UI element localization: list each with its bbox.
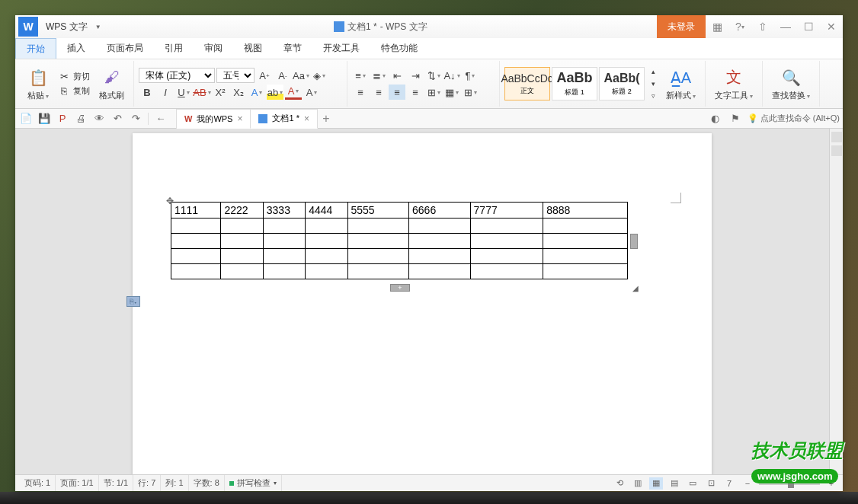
table-cell[interactable]: 1111	[171, 203, 221, 219]
select-pane-button[interactable]	[831, 145, 842, 156]
table-cell[interactable]	[409, 234, 471, 249]
status-page[interactable]: 页面: 1/1	[56, 475, 98, 491]
table-cell[interactable]: 5555	[347, 203, 409, 219]
reading-mode-button[interactable]: ⟲	[613, 477, 626, 490]
view-print-button[interactable]: ▥	[631, 477, 645, 490]
nav-back-button[interactable]: ←	[153, 111, 168, 126]
redo-button[interactable]: ↷	[128, 111, 143, 126]
table-cell[interactable]	[543, 219, 628, 234]
status-spell[interactable]: 拼写检查▾	[225, 475, 282, 491]
zoom-in-button[interactable]: +	[824, 477, 838, 490]
zoom-thumb[interactable]	[788, 479, 794, 488]
bold-button[interactable]: B	[139, 85, 155, 100]
align-right-button[interactable]: ≡	[389, 85, 405, 100]
table-row[interactable]: 11112222333344445555666677778888	[171, 203, 628, 219]
text-effect-button[interactable]: A	[248, 85, 265, 100]
bullets-button[interactable]: ≡	[352, 68, 369, 83]
align-left-button[interactable]: ≡	[352, 85, 369, 100]
taskbar[interactable]	[0, 492, 858, 504]
table-cell[interactable]	[263, 249, 305, 264]
line-spacing-button[interactable]: ⇅	[425, 68, 442, 83]
table-cell[interactable]: 7777	[470, 203, 543, 219]
zoom-fit-button[interactable]: ⊡	[704, 477, 718, 490]
table-row[interactable]	[171, 219, 628, 234]
font-size-select[interactable]: 五号	[216, 68, 255, 83]
view-outline-button[interactable]: ▤	[668, 477, 681, 490]
new-file-button[interactable]: 📄	[18, 111, 34, 126]
italic-button[interactable]: I	[157, 85, 174, 100]
table-cell[interactable]	[409, 219, 471, 234]
copy-button[interactable]: ⎘复制	[56, 85, 91, 98]
print-preview-button[interactable]: 👁	[91, 111, 107, 126]
table-row[interactable]	[171, 249, 628, 264]
floating-option-button[interactable]: ⎘▾	[126, 296, 140, 307]
skin-button[interactable]: ▦	[706, 15, 728, 38]
print-button[interactable]: 🖨	[73, 111, 88, 126]
table-cell[interactable]: 3333	[263, 203, 305, 219]
table-cell[interactable]: 4444	[306, 203, 347, 219]
table-cell[interactable]	[470, 264, 543, 279]
status-line[interactable]: 行: 7	[133, 475, 161, 491]
table-cell[interactable]	[171, 264, 221, 279]
tab-mywps[interactable]: W 我的WPS ×	[176, 109, 251, 129]
menu-start[interactable]: 开始	[15, 38, 56, 59]
table-cell[interactable]	[470, 219, 543, 234]
table-cell[interactable]: 6666	[409, 203, 471, 219]
subscript-button[interactable]: X₂	[230, 85, 247, 100]
table-cell[interactable]	[171, 234, 221, 249]
format-painter-button[interactable]: 🖌 格式刷	[94, 65, 129, 103]
paste-button[interactable]: 📋 粘贴	[23, 65, 53, 103]
zoom-out-button[interactable]: −	[741, 477, 754, 490]
view-web-button[interactable]: ▭	[686, 477, 700, 490]
char-border-button[interactable]: A	[303, 85, 320, 100]
help-button[interactable]: ?▾	[728, 15, 751, 38]
font-name-select[interactable]: 宋体 (正文)	[139, 68, 215, 83]
table-cell[interactable]	[347, 219, 409, 234]
table-cell[interactable]	[171, 249, 221, 264]
table-cell[interactable]	[306, 234, 347, 249]
change-case-button[interactable]: Aa	[293, 68, 309, 83]
table-cell[interactable]	[409, 264, 471, 279]
menu-section[interactable]: 章节	[273, 38, 312, 59]
clear-format-button[interactable]: ◈	[311, 68, 328, 83]
status-chars[interactable]: 字数: 8	[189, 475, 225, 491]
styles-expand[interactable]: ▿	[648, 91, 658, 101]
show-marks-button[interactable]: ¶	[462, 68, 479, 83]
highlight-button[interactable]: ab	[267, 85, 283, 100]
table-cell[interactable]	[347, 249, 409, 264]
cut-button[interactable]: ✂剪切	[56, 70, 91, 84]
style-heading2[interactable]: AaBb(标题 2	[599, 67, 645, 100]
table-cell[interactable]	[263, 264, 305, 279]
close-button[interactable]: ✕	[820, 15, 843, 38]
zoom-slider[interactable]	[759, 482, 820, 485]
status-section[interactable]: 节: 1/1	[99, 475, 133, 491]
app-menu-dropdown[interactable]: ▼	[92, 24, 104, 30]
save-button[interactable]: 💾	[37, 111, 52, 126]
menu-references[interactable]: 引用	[154, 38, 194, 59]
numbering-button[interactable]: ≣	[370, 68, 387, 83]
strike-button[interactable]: AB	[194, 85, 210, 100]
table-cell[interactable]	[543, 264, 628, 279]
shrink-font-button[interactable]: A-	[274, 68, 291, 83]
table-cell[interactable]	[263, 219, 305, 234]
decrease-indent-button[interactable]: ⇤	[389, 68, 405, 83]
superscript-button[interactable]: X²	[212, 85, 229, 100]
status-page-no[interactable]: 页码: 1	[20, 475, 56, 491]
table-cell[interactable]	[543, 234, 628, 249]
menu-developer[interactable]: 开发工具	[312, 38, 370, 59]
tab-close-icon[interactable]: ×	[304, 113, 309, 124]
table-cell[interactable]	[221, 234, 263, 249]
table-cell[interactable]: 2222	[221, 203, 263, 219]
shading-button[interactable]: ▦	[443, 85, 460, 100]
table-cell[interactable]	[347, 264, 409, 279]
distribute-button[interactable]: ⊞	[425, 85, 442, 100]
align-justify-button[interactable]: ≡	[407, 85, 424, 100]
maximize-button[interactable]: ☐	[797, 15, 820, 38]
table-cell[interactable]	[470, 234, 543, 249]
document-page[interactable]: ✥ 11112222333344445555666677778888 + ◢	[133, 133, 712, 474]
upload-button[interactable]: ⇧	[751, 15, 774, 38]
table-cell[interactable]	[543, 249, 628, 264]
style-heading1[interactable]: AaBb标题 1	[552, 67, 597, 100]
font-color-button[interactable]: A	[285, 85, 302, 100]
find-replace-button[interactable]: 🔍 查找替换	[767, 65, 815, 103]
